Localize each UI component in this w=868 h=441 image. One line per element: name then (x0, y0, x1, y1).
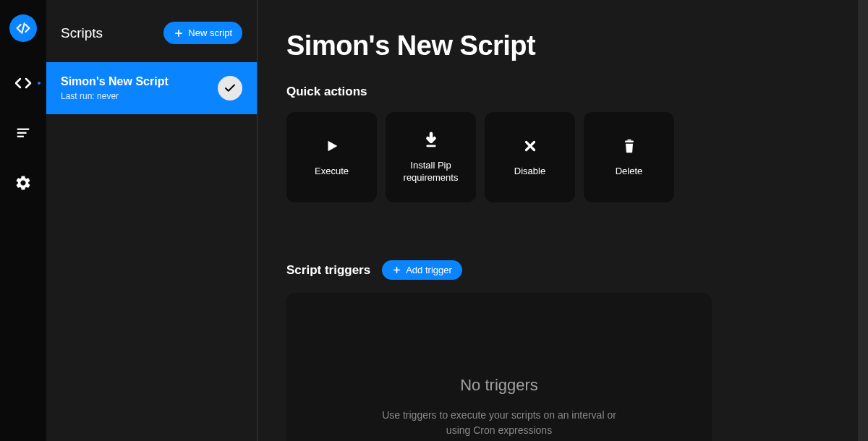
script-list-item[interactable]: Simon's New Script Last run: never (46, 62, 257, 114)
panel-title: Scripts (61, 25, 103, 41)
action-label: Delete (616, 166, 643, 178)
empty-description: Use triggers to execute your scripts on … (376, 408, 622, 438)
svg-rect-10 (625, 141, 634, 143)
download-icon (422, 131, 441, 150)
check-icon (224, 82, 237, 95)
scripts-panel: Scripts New script Simon's New Script La… (46, 0, 258, 441)
action-label: Execute (315, 166, 349, 178)
gear-icon (14, 174, 32, 192)
main-content: Simon's New Script Quick actions Execute… (258, 0, 858, 441)
lines-icon (15, 125, 31, 141)
scrollbar[interactable] (858, 0, 868, 441)
add-trigger-label: Add trigger (406, 265, 452, 275)
triggers-heading: Script triggers (286, 263, 370, 278)
nav-scripts[interactable] (14, 74, 32, 92)
svg-line-0 (22, 23, 24, 33)
plus-icon (392, 265, 401, 275)
code-icon (14, 74, 32, 92)
svg-rect-7 (426, 145, 435, 147)
trash-icon (620, 137, 639, 155)
install-pip-action[interactable]: Install Pip requirements (386, 112, 476, 202)
svg-marker-6 (328, 141, 337, 152)
disable-action[interactable]: Disable (485, 112, 575, 202)
action-label: Install Pip requirements (393, 160, 469, 184)
delete-action[interactable]: Delete (584, 112, 674, 202)
nav-logs[interactable] (14, 124, 32, 142)
svg-rect-2 (17, 132, 27, 134)
empty-title: No triggers (460, 376, 538, 395)
script-item-lastrun: Last run: never (61, 91, 169, 101)
play-icon (323, 137, 341, 155)
triggers-empty-state: No triggers Use triggers to execute your… (286, 293, 712, 441)
add-trigger-button[interactable]: Add trigger (382, 260, 462, 280)
svg-rect-11 (627, 140, 631, 141)
svg-rect-1 (17, 129, 30, 130)
app-logo[interactable] (9, 14, 37, 42)
page-title: Simon's New Script (286, 30, 829, 61)
execute-action[interactable]: Execute (286, 112, 377, 202)
nav-settings[interactable] (14, 174, 32, 192)
quick-actions-row: Execute Install Pip requirements (286, 112, 829, 202)
svg-rect-3 (17, 136, 24, 137)
close-icon (521, 137, 540, 155)
active-indicator (38, 82, 41, 85)
new-script-label: New script (188, 27, 232, 38)
plus-icon (174, 28, 184, 38)
action-label: Disable (514, 166, 545, 178)
script-item-name: Simon's New Script (61, 75, 169, 88)
primary-nav (0, 0, 46, 441)
quick-actions-heading: Quick actions (286, 85, 367, 99)
new-script-button[interactable]: New script (163, 22, 242, 44)
script-status-check (218, 76, 242, 100)
